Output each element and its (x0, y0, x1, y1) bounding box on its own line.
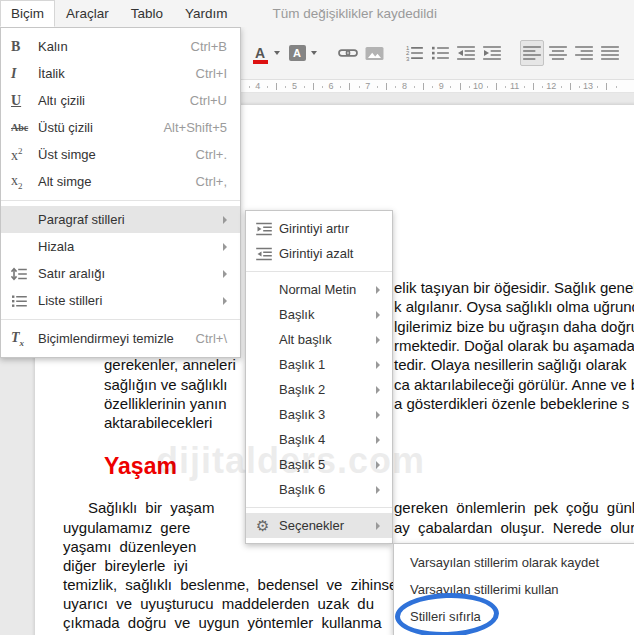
menu-item-label: Başlık 1 (279, 357, 325, 372)
superscript-icon: x2 (11, 146, 38, 164)
menubar-item-bicim[interactable]: Biçim (0, 0, 55, 27)
subscript-icon: x2 (11, 173, 38, 191)
indent-decrease-icon[interactable] (454, 40, 478, 66)
menu-item-baslik-4[interactable]: Başlık 4 (246, 427, 392, 452)
ruler-tick (616, 86, 617, 88)
menu-item-italik[interactable]: IİtalikCtrl+I (1, 60, 240, 87)
menu-item-alt-simge[interactable]: x2Alt simgeCtrl+, (1, 168, 240, 195)
menu-item-baslik-6[interactable]: Başlık 6 (246, 477, 392, 502)
ruler-tick (579, 86, 580, 88)
menu-item-label: Başlık 3 (279, 407, 325, 422)
ruler-number: 6 (329, 81, 334, 91)
menubar-item-araclar[interactable]: Araçlar (55, 0, 120, 27)
menu-item-baslik-5[interactable]: Başlık 5 (246, 452, 392, 477)
style-options-submenu: Varsayılan stillerim olarak kaydetVarsay… (393, 543, 634, 635)
ruler-tick (542, 86, 543, 88)
menu-item-baslik-3[interactable]: Başlık 3 (246, 402, 392, 427)
ruler-tick (423, 83, 424, 90)
menu-separator (246, 271, 392, 272)
menu-item-baslik-1[interactable]: Başlık 1 (246, 352, 392, 377)
submenu-arrow-icon (376, 461, 380, 469)
menu-item-label: Girintiyi artır (279, 221, 349, 236)
menu-item-liste-stilleri[interactable]: Liste stilleri (1, 287, 240, 314)
ruler-tick (597, 86, 598, 88)
ruler-tick (386, 83, 387, 90)
text-color-icon[interactable]: A (248, 40, 272, 66)
menu-item-hizala[interactable]: Hizala (1, 233, 240, 260)
align-left-icon[interactable] (520, 40, 544, 66)
menu-shortcut: Ctrl+. (180, 147, 227, 162)
menu-item-label: Kalın (38, 39, 68, 54)
menu-item-paragraf-stilleri[interactable]: Paragraf stilleri (1, 206, 240, 233)
ruler-tick (432, 86, 433, 88)
ruler-tick (570, 83, 571, 90)
menu-item-girintiyi-artir[interactable]: Girintiyi artır (246, 216, 392, 241)
document-text-line: uyarıcı ve uyuşturucu maddelerden uzak d… (63, 595, 374, 612)
menu-item-satir-araligi[interactable]: Satır aralığı (1, 260, 240, 287)
menu-item-label: Altı çizili (38, 93, 85, 108)
menu-item-baslik-2[interactable]: Başlık 2 (246, 377, 392, 402)
document-text-line: çıkmada doğru ve uygun yöntemler kullanm… (63, 614, 382, 631)
menubar-item-tablo[interactable]: Tablo (120, 0, 174, 27)
menu-shortcut: Ctrl+U (174, 93, 227, 108)
submenu-arrow-icon (376, 486, 380, 494)
align-right-icon[interactable] (572, 40, 596, 66)
menu-shortcut: Ctrl+, (180, 174, 227, 189)
ruler-number: 7 (365, 81, 370, 91)
menu-item-label: Varsayılan stillerimi kullan (410, 582, 559, 597)
ruler-number: 13 (583, 81, 593, 91)
document-text-line: ca aktarılabileceği görülür. Anne ve b (394, 376, 634, 393)
menu-item-alti-cizili[interactable]: UAltı çiziliCtrl+U (1, 87, 240, 114)
document-text-line: tedir. Olaya nesillerin sağlığı olarak (394, 356, 627, 373)
menu-item-label: Seçenekler (279, 518, 344, 533)
ruler-tick (496, 83, 497, 90)
menu-item-girintiyi-azalt[interactable]: Girintiyi azalt (246, 241, 392, 266)
line-spacing-icon (11, 267, 38, 281)
ruler-tick (349, 83, 350, 90)
menu-shortcut: Ctrl+I (180, 66, 227, 81)
ruler-number: 4 (255, 81, 260, 91)
menu-item-baslik[interactable]: Başlık (246, 302, 392, 327)
menu-item-label: Başlık 2 (279, 382, 325, 397)
ruler-tick (460, 83, 461, 90)
menu-item-alt-baslik[interactable]: Alt başlık (246, 327, 392, 352)
menu-item-label: Başlık 4 (279, 432, 325, 447)
menu-item-normal-metin[interactable]: Normal Metin (246, 277, 392, 302)
insert-image-icon[interactable] (362, 40, 386, 66)
menu-item-bicimlendirmeyi-temizle[interactable]: TxBiçimlendirmeyi temizleCtrl+\ (1, 325, 240, 352)
indent-increase-icon[interactable] (480, 40, 504, 66)
highlight-color-icon[interactable]: A (285, 40, 309, 66)
menu-item-ustu-cizili[interactable]: AbcÜstü çiziliAlt+Shift+5 (1, 114, 240, 141)
menu-item-kalin[interactable]: BKalınCtrl+B (1, 33, 240, 60)
italic-icon: I (11, 66, 38, 82)
bullet-list-icon[interactable] (428, 40, 452, 66)
menu-item-varsayilan-kaydet[interactable]: Varsayılan stillerim olarak kaydet (394, 549, 634, 576)
justify-icon[interactable] (598, 40, 622, 66)
document-text-line: elik taşıyan bir öğesidir. Sağlık genel (394, 279, 634, 296)
format-menu: BKalınCtrl+BIİtalikCtrl+IUAltı çiziliCtr… (0, 27, 241, 358)
text-color-dropdown-arrow[interactable] (274, 51, 280, 55)
menu-item-stilleri-sifirla[interactable]: Stilleri sıfırla (394, 603, 634, 630)
highlight-color-dropdown-arrow[interactable] (311, 51, 317, 55)
numbered-list-icon[interactable]: 123 (402, 40, 426, 66)
menubar-item-yardim[interactable]: Yardım (174, 0, 239, 27)
submenu-arrow-icon (223, 297, 227, 305)
menu-item-ust-simge[interactable]: x2Üst simgeCtrl+. (1, 141, 240, 168)
menu-item-label: Hizala (38, 239, 74, 254)
menu-item-secenekler[interactable]: ⚙Seçenekler (246, 513, 392, 538)
ruler-number: 8 (402, 81, 407, 91)
document-text-line: a gösterdikleri özenle bebeklerine s (394, 395, 629, 412)
svg-text:3: 3 (406, 56, 410, 61)
align-center-icon[interactable] (546, 40, 570, 66)
menu-item-varsayilan-kullan[interactable]: Varsayılan stillerimi kullan (394, 576, 634, 603)
menu-item-label: Başlık 6 (279, 482, 325, 497)
ruler-number: 9 (439, 81, 444, 91)
ruler-tick (487, 86, 488, 88)
menu-item-label: Başlık (279, 307, 314, 322)
submenu-arrow-icon (376, 286, 380, 294)
menu-item-label: Paragraf stilleri (38, 212, 125, 227)
menu-separator (1, 319, 240, 320)
menu-shortcut: Ctrl+B (175, 39, 227, 54)
insert-link-icon[interactable] (336, 40, 360, 66)
ruler-tick (524, 86, 525, 88)
